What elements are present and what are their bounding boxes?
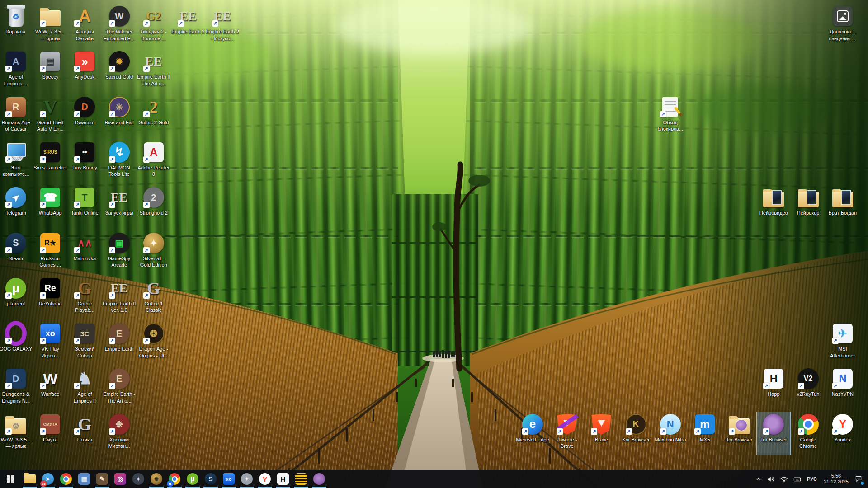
desktop-icon-empire-earth[interactable]: E↗Empire Earth (102, 321, 137, 365)
desktop-icon-allody-online[interactable]: A↗Аллоды Онлайн (67, 4, 102, 47)
desktop-icon-obhod-blokirovok[interactable]: ↗Обход блокиров... (653, 94, 688, 138)
desktop-icon-gothic-playable[interactable]: G↗Gothic Playab... (67, 276, 102, 319)
desktop-icon-rockstar-games[interactable]: R★↗Rockstar Games ... (33, 230, 67, 274)
desktop-icon-empire-earth-2-iskusstvo[interactable]: EE↗Empire Earth 2 - Искусс... (205, 4, 240, 47)
desktop-icon-utorrent[interactable]: µ↗µTorrent (0, 276, 33, 319)
desktop-icon-empire-earth-2-aos[interactable]: EE↗Empire Earth II The Art o... (137, 49, 171, 93)
desktop-icon-sirus-launcher[interactable]: SIRUS↗Sirus Launcher (33, 140, 67, 183)
desktop-icon-brave-personal[interactable]: ↗Личное - Brave (550, 412, 584, 455)
taskbar-app-telegram[interactable]: ➤58 (39, 470, 57, 488)
desktop-icon-vk-play[interactable]: xo↗VK Play Игров... (33, 321, 67, 365)
language-indicator[interactable]: РУС (804, 470, 820, 488)
desktop-icon-sacred-gold[interactable]: ✹↗Sacred Gold (102, 49, 137, 93)
desktop-icon-microsoft-edge[interactable]: e↗Microsoft Edge (515, 412, 550, 455)
taskbar-app-app-bronze[interactable]: ✹ (147, 470, 165, 488)
desktop-icon-msi-afterburner[interactable]: ✈↗MSI Afterburner (826, 321, 860, 365)
desktop-icon-age-of-empires-2[interactable]: ♞↗Age of Empires II (67, 366, 102, 410)
desktop-icon-brat-bogdan[interactable]: Брат Богдан (826, 185, 860, 229)
desktop-icon-maxthon-nitro[interactable]: N↗Maxthon Nitro (653, 412, 688, 455)
desktop-icon-gotika[interactable]: G↗Готика (67, 412, 102, 455)
taskbar-app-lock-app[interactable] (292, 470, 310, 488)
desktop-icon-label: Смута (43, 436, 57, 443)
desktop-icon-happ[interactable]: H↗Happ (756, 366, 791, 410)
taskbar-app-app-feather[interactable]: ✎ (93, 470, 111, 488)
volume-icon[interactable] (764, 470, 778, 488)
desktop-icon-empire-earth-2-v16[interactable]: EE↗Empire Earth II ver. 1.6 (102, 276, 137, 319)
desktop-icon-kor-browser[interactable]: K↗Kor Browser (619, 412, 653, 455)
shortcut-arrow-icon: ↗ (109, 111, 115, 117)
taskbar-app-chrome[interactable] (57, 470, 75, 488)
desktop-icon-wow-735-shortcut[interactable]: ↗WoW_7.3.5... — ярлык (33, 4, 67, 47)
desktop-icon-rise-and-fall[interactable]: ✳↗Rise and Fall (102, 94, 137, 138)
taskbar-app-happ[interactable]: H (274, 470, 292, 488)
desktop-icon-gamespy-arcade[interactable]: ▣↗GameSpy Arcade (102, 230, 137, 274)
desktop-icon-guild2-gold[interactable]: G2↗Гильдия 2 - Золотое ... (137, 4, 171, 47)
desktop-icon-silverfall-gold[interactable]: ✦↗Silverfall - Gold Edition (137, 230, 171, 274)
desktop-icon-nashvpn[interactable]: N↗NashVPN (826, 366, 860, 410)
taskbar-clock[interactable]: 5:56 21.12.2025 (820, 470, 852, 488)
desktop-icon-anydesk[interactable]: »↗AnyDesk (67, 49, 102, 93)
desktop-icon-tor-browser-folder[interactable]: ↗Tor Browser (722, 412, 756, 455)
desktop-icon-dungeons-dragons[interactable]: D↗Dungeons & Dragons N... (0, 366, 33, 410)
desktop-icon-neurovideo[interactable]: Нейровидео (756, 185, 791, 229)
desktop-icon-steam[interactable]: S↗Steam (0, 230, 33, 274)
taskbar-app-yandex-browser[interactable]: Y (256, 470, 274, 488)
desktop-icon-tanki-online[interactable]: T↗Tanki Online (67, 185, 102, 229)
taskbar-app-chrome-profile-b[interactable]: B (165, 470, 184, 488)
desktop-icon-zemsky-sobor[interactable]: ЗС↗Земский Собор (67, 321, 102, 365)
desktop-icon-gothic-1-classic[interactable]: G↗Gothic 1 Classic (137, 276, 171, 319)
desktop-icon-stronghold-2[interactable]: 2↗Stronghold 2 (137, 185, 171, 229)
desktop-icon-yandex[interactable]: Y↗Yandex (826, 412, 860, 455)
desktop-icon-wow-335-shortcut[interactable]: ⚙↗WoW_3.3.5... — ярлык (0, 412, 33, 455)
desktop-icon-additional-info[interactable]: Дополнит... сведения ... (826, 4, 860, 47)
desktop-icon-tiny-bunny[interactable]: ••↗Tiny Bunny (67, 140, 102, 183)
start-button[interactable] (0, 470, 21, 488)
desktop-icon-dragon-age-origins[interactable]: ❂↗Dragon Age - Origins - Ul... (137, 321, 171, 365)
taskbar-app-tor[interactable] (310, 470, 328, 488)
desktop-icon-reyohoho[interactable]: Re↗ReYohoho (33, 276, 67, 319)
desktop-icon-speccy[interactable]: ▤↗Speccy (33, 49, 67, 93)
desktop-icon-witcher-enhanced[interactable]: W↗The Witcher Enhanced E... (102, 4, 137, 47)
taskbar-app-vk-play[interactable]: xo (220, 470, 238, 488)
desktop-icon-dwarium[interactable]: D↗Dwarium (67, 94, 102, 138)
keyboard-input-icon[interactable] (791, 470, 804, 488)
tray-overflow-chevron-icon[interactable] (753, 470, 764, 488)
desktop-icon-v2raytun[interactable]: V2↗v2RayTun (791, 366, 826, 410)
desktop-icon-daemon-tools-lite[interactable]: ↯↗DAEMON Tools Lite (102, 140, 137, 183)
desktop-icon-hroniki-mirtany[interactable]: ❉↗Хроники Миртан... (102, 412, 137, 455)
taskbar-app-steam[interactable]: S (202, 470, 220, 488)
desktop-icon-whatsapp[interactable]: ☎↗WhatsApp (33, 185, 67, 229)
taskbar-app-app-grid[interactable]: ▦ (75, 470, 93, 488)
desktop-icon-adobe-reader-8[interactable]: A↗Adobe Reader 8 (137, 140, 171, 183)
desktop-icon-recycle-bin[interactable]: ♻Корзина (0, 4, 33, 47)
desktop-icon-zapusk-igry[interactable]: EE↗Запуск игры (102, 185, 137, 229)
taskbar-app-app-dark-circle[interactable]: ✦ (129, 470, 147, 488)
desktop-icon-google-chrome[interactable]: ↗Google Chrome (791, 412, 826, 455)
desktop-icon-age-of-empires[interactable]: A↗Age of Empires ... (0, 49, 33, 93)
empire-earth-2-iskusstvo-icon: EE↗ (212, 5, 233, 27)
desktop-icon-this-pc[interactable]: ↗Этот компьюте... (0, 140, 33, 183)
desktop-icon-empire-earth-art[interactable]: E↗Empire Earth - The Art o... (102, 366, 137, 410)
desktop-icon-gog-galaxy[interactable]: ↗GOG GALAXY (0, 321, 33, 365)
desktop-icon-warface[interactable]: W↗Warface (33, 366, 67, 410)
desktop-icon-tor-browser[interactable]: ↗Tor Browser (756, 412, 791, 455)
taskbar-app-app-grey[interactable]: ✦ (238, 470, 256, 488)
shortcut-arrow-icon: ↗ (178, 20, 184, 27)
desktop-icon-brave[interactable]: ↗Brave (584, 412, 618, 455)
desktop-icon-neurokor[interactable]: Нейрокор (791, 185, 826, 229)
desktop-icon-smuta[interactable]: СМУТА↗Смута (33, 412, 67, 455)
desktop-icon-romans-age-of-caesar[interactable]: R↗Romans Age of Caesar (0, 94, 33, 138)
network-wifi-icon[interactable] (778, 470, 791, 488)
desktop-icon-empire-earth-2[interactable]: EE↗Empire Earth 2 (171, 4, 205, 47)
taskbar-app-utorrent[interactable]: µ (184, 470, 202, 488)
desktop-icon-gothic-2-gold[interactable]: 2↗Gothic 2 Gold (137, 94, 171, 138)
taskbar-app-app-camera[interactable]: ◎ (111, 470, 129, 488)
desktop-icon-gta-v[interactable]: V↗Grand Theft Auto V En... (33, 94, 67, 138)
desktop-icon-telegram[interactable]: ➤↗Telegram (0, 185, 33, 229)
desktop-icon-malinovka[interactable]: ∧∧↗Malinovka (67, 230, 102, 274)
action-center-icon[interactable] (852, 470, 865, 488)
desktop-icon-mx5[interactable]: m↗MX5 (688, 412, 722, 455)
chrome-icon (60, 473, 72, 485)
taskbar-app-file-explorer[interactable] (21, 470, 39, 488)
show-desktop-button[interactable] (865, 470, 868, 488)
